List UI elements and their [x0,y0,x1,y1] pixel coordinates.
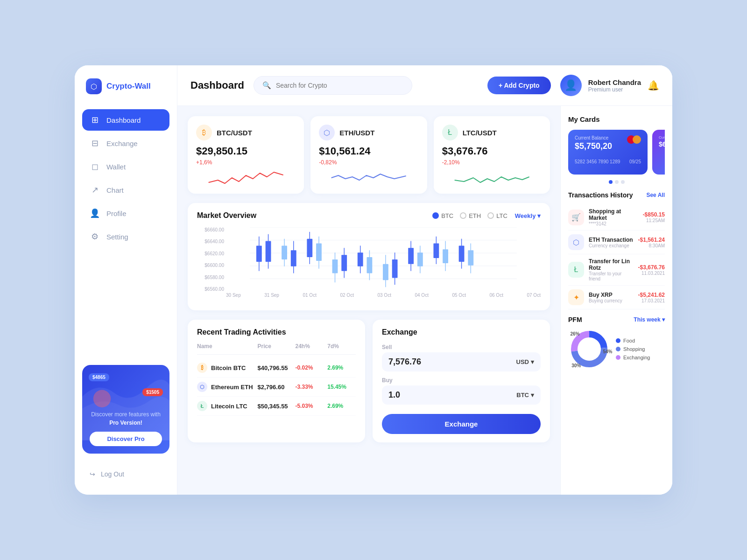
notification-icon[interactable]: 🔔 [648,80,659,91]
col-price: Price [258,343,292,350]
tx-name: Shopping at Market [589,208,638,221]
table-row: ₿ Bitcoin BTC $40,796.55 -0.02% 2.69% [197,358,356,378]
exchange-title: Exchange [382,328,541,336]
logout-label: Log Out [101,470,124,478]
sidebar-item-label: Profile [106,210,127,217]
eth-pair: ETH/USDT [339,129,374,137]
row-eth-24h: -3.33% [295,384,324,390]
legend-food: Food [616,338,650,343]
card-number: 5282 3456 7890 1289 [575,159,620,164]
tx-amount: -$3,676.76 [638,264,665,271]
user-role: Premium user [588,86,641,93]
col-24h: 24h% [295,343,324,350]
sidebar-item-wallet[interactable]: ◻ Wallet [82,156,169,177]
svg-rect-21 [341,255,347,271]
card-slider: Current Balance $5,750,20 5282 3456 7890… [568,130,665,175]
exchange-button[interactable]: Exchange [382,414,541,434]
sidebar-item-chart[interactable]: ↗ Chart [82,179,169,201]
period-select[interactable]: Weekly ▾ [515,212,541,219]
sell-label: Sell [382,344,541,350]
tx-time: 11:25AM [643,218,665,223]
buy-currency-label: BTC [516,392,529,399]
tx-time: 8:30AM [638,243,665,248]
sidebar-item-setting[interactable]: ⚙ Setting [82,226,169,247]
svg-rect-13 [291,250,296,266]
card-dot-2[interactable] [615,180,619,184]
sidebar-item-dashboard[interactable]: ⊞ Dashboard [82,109,169,131]
eth-chart [319,168,418,187]
pfm-pct-food: 26% [571,331,580,336]
svg-rect-29 [392,259,398,278]
market-overview-title: Market Overview [197,211,425,220]
row-eth-7d: 15.45% [327,384,356,390]
tx-item-xrp: ✦ Buy XRP Buying currency -$5,241.62 17.… [568,286,665,309]
search-bar[interactable]: 🔍 [254,76,412,95]
btc-icon: ₿ [196,125,212,140]
market-filter-group: BTC ETH LTC [432,212,507,219]
legend-shopping: Shopping [616,346,650,352]
food-label: Food [623,338,635,343]
user-info: Robert Chandra Premium user [588,78,641,93]
buy-label: Buy [382,377,541,384]
tx-sub: Currency exchange [589,243,634,248]
card-expiry: 09/25 [629,159,641,164]
search-input[interactable] [276,82,403,89]
chart-yaxis: $6660.00$6640.00$6620.00 $6600.00$6580.0… [197,227,224,292]
eth-coin-icon: ⬡ [197,382,207,392]
pfm-title: PFM [568,316,582,323]
logout-item[interactable]: ↪ Log Out [75,465,177,483]
svg-rect-23 [358,252,363,266]
tx-amount: -$850.15 [643,211,665,218]
pfm-period[interactable]: This week ▾ [634,316,665,323]
tx-name: Buy XRP [589,292,634,298]
svg-rect-33 [417,252,423,266]
logo: ⬡ Crypto-Wall [75,78,177,109]
discover-pro-button[interactable]: Discover Pro [90,432,162,446]
card-dot-1[interactable] [609,180,613,184]
row-ltc-7d: 2.69% [327,403,356,409]
trading-title: Recent Trading Activities [197,328,356,336]
sidebar-item-profile[interactable]: 👤 Profile [82,203,169,224]
promo-bold: Pro Version! [109,420,142,426]
sell-currency-select[interactable]: USD ▾ [516,358,534,365]
sidebar-item-label: Exchange [106,140,138,147]
my-cards-title: My Cards [568,115,665,123]
setting-icon: ⚙ [90,231,100,242]
sidebar-item-exchange[interactable]: ⊟ Exchange [82,133,169,154]
card-dot-3[interactable] [621,180,625,184]
filter-eth[interactable]: ETH [460,212,481,219]
svg-rect-15 [307,239,312,257]
svg-rect-37 [443,249,448,263]
svg-rect-35 [433,244,439,259]
filter-btc[interactable]: BTC [432,212,453,219]
home-icon: ⊞ [90,115,100,125]
shopping-dot [616,347,620,351]
svg-rect-41 [468,250,473,266]
exchanging-label: Exchanging [623,355,650,360]
shopping-label: Shopping [623,346,645,352]
card2-balance: $6 [659,140,665,148]
see-all-link[interactable]: See All [646,192,665,198]
pfm-donut: 26% 30% 54% [568,328,610,370]
sidebar-item-label: Wallet [106,163,126,171]
svg-rect-31 [408,248,414,264]
buy-currency-select[interactable]: BTC ▾ [516,392,534,399]
btc-chart [196,168,296,187]
filter-ltc[interactable]: LTC [487,212,507,219]
row-btc-24h: -0.02% [295,364,324,371]
chart-area [226,227,541,292]
card-dots [568,180,665,184]
row-btc-price: $40,796.55 [258,364,292,371]
btc-price: $29,850.15 [196,145,296,157]
ltc-icon: Ł [442,125,458,140]
add-crypto-button[interactable]: + Add Crypto [487,77,551,94]
sell-currency-label: USD [516,358,529,365]
page-title: Dashboard [190,79,244,91]
main: Dashboard 🔍 + Add Crypto 👤 Robert Chandr… [177,65,672,495]
svg-rect-19 [332,259,338,273]
row-ltc-name: Litecoin LTC [211,403,247,410]
exchange-section: Exchange Sell 7,576.76 USD ▾ Buy 1.0 [373,320,550,442]
crypto-card-btc: ₿ BTC/USDT $29,850.15 +1,6% [188,116,304,194]
avatar: 👤 [560,75,582,96]
tx-time: 11.03.2021 [638,271,665,276]
